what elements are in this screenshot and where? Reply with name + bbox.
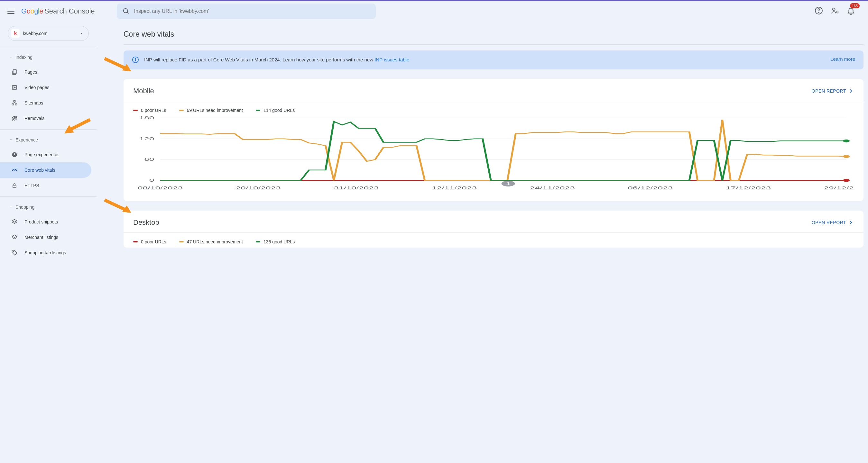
header-bar: Google Search Console 165 [0, 1, 868, 22]
learn-more-link[interactable]: Learn more [830, 56, 855, 62]
legend-label: 47 URLs need improvement [187, 239, 243, 244]
legend-label: 114 good URLs [264, 108, 295, 113]
tag-icon [11, 249, 18, 256]
swatch-needs [179, 241, 184, 242]
legend-poor: 0 poor URLs [133, 239, 166, 244]
search-input[interactable] [134, 8, 370, 14]
swatch-poor [133, 241, 138, 242]
svg-point-15 [13, 251, 14, 252]
sidebar-section-indexing[interactable]: Indexing [0, 50, 96, 64]
sidebar-item-core-web-vitals[interactable]: Core web vitals [0, 162, 91, 178]
svg-text:180: 180 [139, 116, 154, 120]
svg-text:60: 60 [144, 157, 154, 161]
desktop-card-title: Desktop [133, 218, 159, 227]
legend-good: 136 good URLs [256, 239, 295, 244]
inp-issues-link[interactable]: INP issues table [374, 57, 409, 62]
svg-text:24/11/2023: 24/11/2023 [530, 186, 575, 190]
nav-label: Merchant listings [25, 235, 58, 240]
notifications-icon[interactable]: 165 [847, 6, 855, 16]
svg-text:120: 120 [139, 137, 154, 141]
svg-rect-9 [12, 104, 14, 105]
svg-text:08/10/2023: 08/10/2023 [138, 186, 183, 190]
sidebar-item-shopping-tab-listings[interactable]: Shopping tab listings [0, 245, 91, 260]
sidebar-item-page-experience[interactable]: Page experience [0, 147, 91, 162]
svg-text:1: 1 [506, 181, 510, 185]
legend-needs: 47 URLs need improvement [179, 239, 243, 244]
alert-text: INP will replace FID as a part of Core W… [144, 56, 825, 64]
svg-point-3 [818, 12, 819, 13]
svg-text:12/11/2023: 12/11/2023 [432, 186, 477, 190]
url-inspect-search[interactable] [117, 4, 376, 19]
sidebar-item-removals[interactable]: Removals [0, 110, 91, 126]
sidebar-item-pages[interactable]: Pages [0, 64, 91, 80]
legend-label: 69 URLs need improvement [187, 108, 243, 113]
sidebar-item-sitemaps[interactable]: Sitemaps [0, 95, 91, 110]
notification-badge: 165 [850, 3, 860, 8]
svg-point-36 [843, 155, 850, 158]
sidebar-section-experience[interactable]: Experience [0, 133, 96, 147]
svg-rect-14 [13, 185, 16, 188]
svg-rect-10 [16, 104, 17, 105]
pages-icon [11, 68, 18, 75]
nav-label: Shopping tab listings [25, 250, 66, 255]
property-domain: kwebby.com [23, 31, 76, 36]
main-content: Core web vitals INP will replace FID as … [96, 22, 868, 270]
sidebar-item-https[interactable]: HTTPS [0, 178, 91, 193]
open-report-mobile[interactable]: OPEN REPORT [812, 88, 854, 94]
divider [124, 44, 864, 45]
svg-text:17/12/2023: 17/12/2023 [726, 186, 771, 190]
section-label: Shopping [16, 204, 34, 210]
lock-icon [11, 182, 18, 189]
sidebar-item-product-snippets[interactable]: Product snippets [0, 214, 91, 230]
desktop-card: Desktop OPEN REPORT 0 poor URLs 47 URLs … [124, 210, 864, 247]
nav-label: Sitemaps [25, 100, 43, 105]
line-chart-svg: 06012018008/10/202320/10/202331/10/20231… [133, 116, 854, 193]
inp-alert-banner: INP will replace FID as a part of Core W… [124, 51, 864, 69]
product-name: Search Console [44, 7, 95, 15]
svg-text:31/10/2023: 31/10/2023 [334, 186, 379, 190]
svg-point-5 [836, 11, 838, 13]
svg-text:06/12/2023: 06/12/2023 [628, 186, 673, 190]
svg-point-0 [123, 9, 127, 13]
help-icon[interactable] [815, 6, 823, 16]
legend-label: 0 poor URLs [141, 239, 166, 244]
divider [0, 46, 96, 47]
alert-text-suffix: . [409, 57, 410, 62]
svg-rect-6 [13, 70, 17, 74]
nav-label: Pages [25, 69, 37, 75]
divider [0, 196, 96, 197]
legend-good: 114 good URLs [256, 108, 295, 113]
nav-label: Product snippets [25, 219, 58, 224]
property-favicon: k [11, 29, 20, 38]
menu-icon[interactable] [6, 7, 16, 16]
chevron-right-icon [848, 88, 854, 94]
sidebar: k kwebby.com Indexing Pages Video pages … [0, 22, 96, 270]
sidebar-item-merchant-listings[interactable]: Merchant listings [0, 230, 91, 245]
sitemaps-icon [11, 99, 18, 106]
svg-point-35 [843, 179, 850, 181]
section-label: Experience [16, 137, 38, 142]
open-report-label: OPEN REPORT [812, 220, 846, 225]
sidebar-section-shopping[interactable]: Shopping [0, 200, 96, 214]
property-selector[interactable]: k kwebby.com [8, 26, 89, 41]
legend-poor: 0 poor URLs [133, 108, 166, 113]
section-label: Indexing [16, 55, 32, 60]
svg-point-37 [843, 139, 850, 142]
svg-rect-8 [14, 101, 16, 102]
swatch-good [256, 110, 260, 111]
svg-text:0: 0 [149, 178, 154, 182]
alert-text-prefix: INP will replace FID as a part of Core W… [144, 57, 374, 62]
mobile-card-title: Mobile [133, 87, 154, 95]
search-icon [123, 8, 130, 15]
sidebar-item-video-pages[interactable]: Video pages [0, 80, 91, 95]
nav-label: Video pages [25, 85, 50, 90]
nav-label: Core web vitals [25, 167, 55, 173]
user-settings-icon[interactable] [831, 6, 839, 16]
open-report-desktop[interactable]: OPEN REPORT [812, 220, 854, 225]
svg-text:29/12/2023: 29/12/2023 [824, 186, 854, 190]
mobile-chart: 06012018008/10/202320/10/202331/10/20231… [124, 116, 864, 201]
google-logo-text: Google [21, 7, 43, 15]
layers-icon [11, 234, 18, 241]
product-logo[interactable]: Google Search Console [21, 7, 95, 15]
mobile-legend: 0 poor URLs 69 URLs need improvement 114… [124, 101, 864, 116]
